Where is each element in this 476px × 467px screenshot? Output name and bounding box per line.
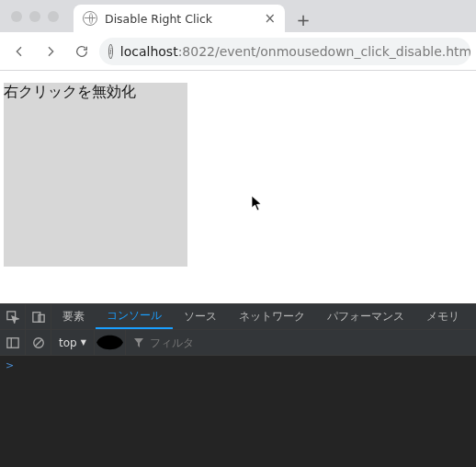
url-host: localhost bbox=[120, 44, 178, 59]
console-output[interactable]: > bbox=[0, 356, 476, 467]
disable-right-click-box[interactable]: 右クリックを無効化 bbox=[4, 83, 187, 267]
clear-console-button[interactable] bbox=[26, 330, 51, 356]
new-tab-button[interactable]: + bbox=[290, 6, 316, 32]
close-tab-icon[interactable]: × bbox=[264, 12, 276, 26]
reload-button[interactable] bbox=[68, 38, 96, 65]
tab-sources[interactable]: ソース bbox=[173, 304, 228, 329]
chevron-down-icon: ▼ bbox=[81, 338, 86, 347]
svg-line-6 bbox=[35, 339, 41, 346]
arrow-right-icon bbox=[43, 44, 58, 59]
devtools-panel: 要素 コンソール ソース ネットワーク パフォーマンス メモリ top ▼ > bbox=[0, 303, 476, 467]
console-prompt-icon: > bbox=[6, 359, 14, 371]
live-expression-button[interactable] bbox=[95, 330, 126, 355]
tab-network[interactable]: ネットワーク bbox=[228, 304, 316, 329]
sidebar-icon bbox=[6, 336, 19, 349]
inspect-element-button[interactable] bbox=[0, 304, 26, 329]
filter-input[interactable] bbox=[150, 336, 469, 349]
eye-icon bbox=[95, 327, 125, 358]
maximize-window-icon[interactable] bbox=[48, 11, 59, 22]
context-selector[interactable]: top ▼ bbox=[51, 330, 95, 355]
minimize-window-icon[interactable] bbox=[29, 11, 40, 22]
tab-elements[interactable]: 要素 bbox=[51, 304, 96, 329]
devtools-tabbar: 要素 コンソール ソース ネットワーク パフォーマンス メモリ bbox=[0, 304, 476, 330]
console-toolbar: top ▼ bbox=[0, 330, 476, 356]
globe-icon bbox=[83, 11, 97, 26]
window-controls bbox=[0, 0, 70, 32]
svg-point-7 bbox=[106, 338, 113, 346]
tab-strip: Disable Right Click × + bbox=[0, 0, 476, 32]
tab-title: Disable Right Click bbox=[105, 12, 256, 26]
back-button[interactable] bbox=[6, 38, 33, 65]
browser-tab[interactable]: Disable Right Click × bbox=[74, 5, 285, 32]
device-toolbar-button[interactable] bbox=[26, 304, 51, 329]
forward-button[interactable] bbox=[37, 38, 64, 65]
url-path: :8022/event/onmousedown_click_disable.ht… bbox=[178, 44, 470, 59]
url-display: localhost:8022/event/onmousedown_click_d… bbox=[120, 44, 470, 59]
mouse-cursor-icon bbox=[251, 195, 264, 215]
ban-icon bbox=[32, 336, 45, 349]
devices-icon bbox=[32, 311, 45, 324]
filter-container bbox=[126, 330, 476, 355]
browser-toolbar: i localhost:8022/event/onmousedown_click… bbox=[0, 32, 476, 71]
arrow-left-icon bbox=[12, 44, 27, 59]
reload-icon bbox=[74, 44, 89, 59]
console-sidebar-toggle[interactable] bbox=[0, 330, 26, 356]
inspect-icon bbox=[6, 311, 19, 324]
svg-rect-3 bbox=[6, 337, 17, 347]
box-label: 右クリックを無効化 bbox=[4, 83, 187, 102]
plus-icon: + bbox=[296, 10, 310, 29]
page-viewport[interactable]: 右クリックを無効化 bbox=[0, 71, 476, 303]
tab-memory[interactable]: メモリ bbox=[415, 304, 470, 329]
site-info-icon[interactable]: i bbox=[108, 44, 113, 59]
filter-icon bbox=[133, 337, 144, 348]
tab-performance[interactable]: パフォーマンス bbox=[316, 304, 415, 329]
svg-rect-2 bbox=[39, 314, 44, 322]
close-window-icon[interactable] bbox=[11, 11, 22, 22]
address-bar[interactable]: i localhost:8022/event/onmousedown_click… bbox=[99, 38, 470, 65]
tab-console[interactable]: コンソール bbox=[96, 304, 173, 329]
context-label: top bbox=[59, 336, 77, 349]
